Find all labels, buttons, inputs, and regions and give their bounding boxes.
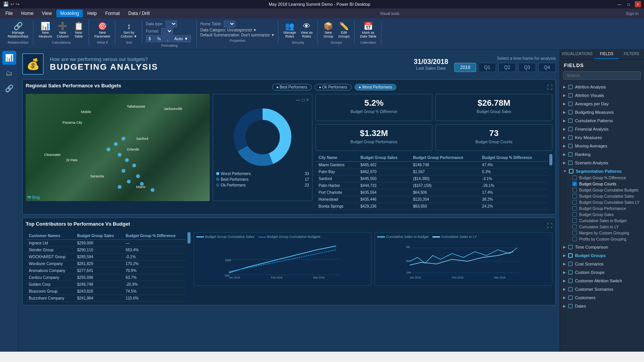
sort-by-column-btn[interactable]: ↕ Sort byColumn ▼ — [119, 21, 138, 39]
donut-close[interactable]: × — [306, 97, 309, 103]
customer-cell: Ingrace Ltd — [26, 240, 74, 247]
field-group-header-3[interactable]: ▶ Budgeting Measures — [560, 109, 644, 116]
field-group-header-14[interactable]: ▶ Custom Groups — [560, 269, 644, 276]
field-group-header-10[interactable]: ▼ Segmentation Patterns — [560, 168, 644, 175]
window-title: May 2018 Learning Summit Demo - Power BI… — [23, 2, 616, 7]
field-group-header-1[interactable]: ▶ Attrition Visuals — [560, 92, 644, 99]
field-group-header-13[interactable]: ▶ Cost Scenarios — [560, 260, 644, 267]
close-btn[interactable]: × — [635, 1, 641, 7]
field-item-10-8[interactable]: Cumulative Sales to LY — [569, 224, 644, 230]
bottom-scrollbar[interactable] — [187, 232, 191, 302]
mark-as-date-table-btn[interactable]: 📅 Mark asDate Table — [358, 21, 378, 39]
data-type-select[interactable] — [166, 21, 177, 27]
field-group-header-5[interactable]: ▶ Financial Analysis — [560, 126, 644, 133]
new-parameter-btn[interactable]: 🎯 NewParameter — [93, 21, 112, 39]
field-group-header-12[interactable]: ▶ Budget Groups — [560, 252, 644, 259]
menu-modeling[interactable]: Modeling — [56, 10, 83, 17]
field-item-10-7[interactable]: Cumulative Sales to Budget — [569, 218, 644, 224]
auto-btn[interactable]: Auto ▼ — [171, 35, 191, 42]
manage-relationships-btn[interactable]: 🔗 ManageRelationships — [6, 21, 30, 39]
time-btn-q2[interactable]: Q2 — [498, 63, 516, 72]
ribbon-btns-security: 👥 ManageRoles 👁 View asRoles — [282, 21, 314, 39]
new-table-btn[interactable]: 📋 NewTable — [72, 21, 85, 39]
field-group-header-11[interactable]: ▶ Time Comparison — [560, 244, 644, 251]
field-group-header-0[interactable]: ▶ Attrition Analysis — [560, 84, 644, 90]
maximize-btn[interactable]: □ — [626, 1, 632, 7]
field-item-10-9[interactable]: Margins by Custom Grouping — [569, 230, 644, 236]
sidebar-model-view[interactable]: 🔗 — [2, 82, 16, 95]
sidebar-data-view[interactable]: 🗂 — [2, 66, 16, 80]
home-table-select[interactable] — [224, 21, 235, 27]
time-btn-q3[interactable]: Q3 — [518, 63, 536, 72]
donut-restore[interactable]: □ — [302, 97, 305, 103]
filter-worst[interactable]: ● Worst Performers — [355, 84, 396, 90]
sales-cell: $429,236 — [357, 203, 410, 210]
search-input[interactable] — [563, 71, 641, 80]
field-group-header-18[interactable]: ▶ Dates — [560, 303, 644, 310]
field-item-10-5[interactable]: Budget Group Performance — [569, 205, 644, 211]
comma-btn[interactable]: , — [164, 35, 171, 42]
field-group-6: ▶ Key Measures — [560, 133, 644, 142]
field-item-10-2[interactable]: Budget Group Cumulative Budgets — [569, 187, 644, 193]
group-name-18: Dates — [575, 304, 586, 308]
expand-bottom-icon[interactable]: ⛶ — [547, 223, 552, 229]
tab-filters[interactable]: FILTERS — [619, 49, 644, 59]
menu-data-drill[interactable]: Data / Drill — [125, 10, 154, 17]
new-column-btn[interactable]: ➕ NewColumn — [55, 21, 70, 39]
bottom-data-table: Customer Names Budget Group Sales Budget… — [26, 232, 186, 302]
menu-format[interactable]: Format — [102, 10, 124, 17]
field-item-10-4[interactable]: Budget Group Cumulative Sales LY — [569, 199, 644, 205]
group-icon-18 — [568, 304, 573, 308]
time-btn-q1[interactable]: Q1 — [478, 63, 496, 72]
map-label-sanford: Sanford — [136, 137, 148, 141]
sidebar-report-view[interactable]: 📊 — [2, 51, 16, 65]
minimize-btn[interactable]: — — [616, 1, 623, 7]
field-group-header-16[interactable]: ▶ Customer Scenarios — [560, 286, 644, 293]
map-label-mobile: Mobile — [81, 110, 91, 114]
field-item-10-1[interactable]: ✓ Budget Group Counts — [569, 181, 644, 187]
field-item-10-6[interactable]: Budget Group Sales — [569, 211, 644, 218]
field-group-header-7[interactable]: ▶ Moving Averages — [560, 143, 644, 149]
tab-fields[interactable]: FIELDS — [594, 49, 619, 59]
percent-btn[interactable]: % — [154, 35, 164, 42]
filter-ok[interactable]: ● Ok Performers — [315, 84, 352, 90]
expand-icon[interactable]: ⛶ — [547, 84, 552, 90]
menu-home[interactable]: Home — [17, 10, 37, 17]
sign-in[interactable]: Sign in — [626, 11, 642, 16]
time-btn-q4[interactable]: Q4 — [538, 63, 556, 72]
menu-file[interactable]: File — [2, 10, 16, 17]
field-group-header-2[interactable]: ▶ Averages per Day — [560, 100, 644, 107]
format-select[interactable] — [161, 28, 173, 34]
quick-redo[interactable]: ↪ — [16, 2, 20, 7]
group-name-17: Customers — [575, 295, 595, 300]
tab-visualizations[interactable]: VISUALIZATIONS — [560, 49, 594, 59]
bottom-table-scroll: Customer Names Budget Group Sales Budget… — [26, 232, 186, 302]
new-group-btn[interactable]: 📦 NewGroup — [322, 21, 335, 39]
manage-roles-btn[interactable]: 👥 ManageRoles — [282, 21, 298, 39]
time-btn-2018[interactable]: 2018 — [454, 63, 476, 72]
field-item-10-3[interactable]: Budget Group Cumulative Sales — [569, 193, 644, 199]
new-measure-btn[interactable]: 📊 NewMeasure — [37, 21, 54, 39]
field-group-header-9[interactable]: ▶ Scenario Analysis — [560, 159, 644, 166]
menu-help[interactable]: Help — [84, 10, 101, 17]
field-group-header-6[interactable]: ▶ Key Measures — [560, 134, 644, 141]
sales-cell: $277,641 — [74, 267, 122, 274]
menu-view[interactable]: View — [38, 10, 56, 17]
field-group-header-4[interactable]: ▶ Cumulative Patterns — [560, 117, 644, 124]
dollar-btn[interactable]: $ — [146, 35, 154, 42]
field-group-header-8[interactable]: ▶ Ranking — [560, 151, 644, 158]
table-scrollbar[interactable] — [549, 154, 552, 211]
map-label-clearwater: Clearwater — [44, 153, 61, 157]
edit-groups-btn[interactable]: ✏️ EditGroups — [337, 21, 352, 39]
quick-save[interactable]: 💾 — [3, 2, 9, 7]
chevron-icon-15: ▶ — [563, 279, 566, 283]
field-item-10-10[interactable]: Profits by Custom Grouping — [569, 236, 644, 242]
field-item-10-0[interactable]: Budget Group % Difference — [569, 175, 644, 181]
field-group-header-17[interactable]: ▶ Customers — [560, 294, 644, 301]
donut-minimize[interactable]: — — [296, 97, 301, 103]
diff-cell: 47.4% — [479, 162, 548, 169]
field-group-header-15[interactable]: ▶ Customer Attrition Switch — [560, 277, 644, 284]
quick-undo[interactable]: ↩ — [10, 2, 14, 7]
view-as-roles-btn[interactable]: 👁 View asRoles — [299, 21, 314, 39]
filter-best[interactable]: ● Best Performers — [272, 84, 312, 90]
